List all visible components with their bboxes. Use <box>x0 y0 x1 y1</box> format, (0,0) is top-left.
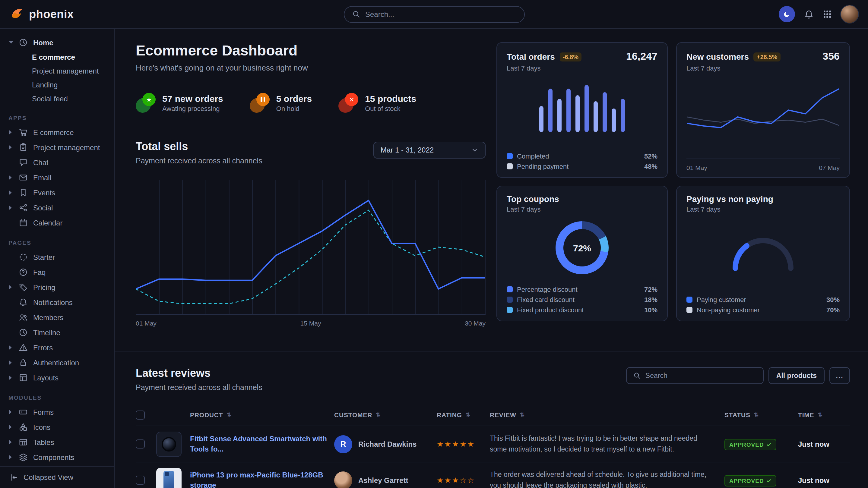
sidebar-item-members[interactable]: Members <box>0 310 114 325</box>
legend-item-non-paying-customer: Non-paying customer 70% <box>686 306 840 314</box>
brand-logo[interactable]: phoenix <box>10 7 74 22</box>
reviews-search-input[interactable] <box>645 372 756 379</box>
pause-icon <box>250 93 270 113</box>
reviews-title: Latest reviews <box>136 367 262 380</box>
tag-icon <box>19 283 28 292</box>
sidebar-item-social[interactable]: Social <box>0 200 114 215</box>
sort-icon: ⇅ <box>818 412 823 418</box>
total-sells-subtitle: Payment received across all channels <box>136 157 262 165</box>
legend-item-pending-payment: Pending payment 48% <box>507 163 657 170</box>
sidebar-subitem-landing[interactable]: Landing <box>0 78 114 92</box>
row-checkbox[interactable] <box>136 440 145 449</box>
column-header-product[interactable]: PRODUCT⇅ <box>156 411 334 418</box>
all-products-filter-button[interactable]: All products <box>769 367 825 384</box>
column-header-rating[interactable]: RATING⇅ <box>437 411 490 418</box>
users-icon <box>19 313 28 322</box>
legend-item-completed: Completed 52% <box>507 153 657 160</box>
new-customers-card: New customers +26.5% 356 Last 7 days 01 … <box>676 42 850 178</box>
sort-icon: ⇅ <box>226 412 231 418</box>
sidebar-item-email[interactable]: Email <box>0 170 114 185</box>
sidebar-item-errors[interactable]: Errors <box>0 340 114 355</box>
column-header-time[interactable]: TIME⇅ <box>798 411 850 418</box>
collapsed-view-toggle[interactable]: Collapsed View <box>0 466 114 488</box>
rating-stars: ★★★☆☆ <box>437 476 490 485</box>
caret-right-icon <box>8 375 14 380</box>
sidebar-subitem-e-commerce[interactable]: E commerce <box>0 50 114 64</box>
x-label: 30 May <box>465 320 486 327</box>
sidebar: HomeE commerceProject managementLandingS… <box>0 29 115 488</box>
sidebar-item-events[interactable]: Events <box>0 185 114 200</box>
check-icon <box>766 442 772 447</box>
sidebar-item-tables[interactable]: Tables <box>0 435 114 450</box>
x-label: 07 May <box>819 164 840 171</box>
total-orders-card: Total orders -6.8% 16,247 Last 7 days Co… <box>496 42 668 178</box>
card-title: Total orders <box>507 52 555 62</box>
bell-icon <box>19 298 28 307</box>
review-text: This Fitbit is fantastic! I was trying t… <box>490 434 724 455</box>
sidebar-item-project-management[interactable]: Project management <box>0 140 114 155</box>
check-icon <box>766 478 772 483</box>
total-sells-x-axis: 01 May 15 May 30 May <box>136 320 486 327</box>
cart-icon <box>19 128 28 137</box>
column-header-status[interactable]: STATUS⇅ <box>724 411 798 418</box>
brand-name: phoenix <box>29 7 74 21</box>
legend-swatch <box>686 307 692 313</box>
sidebar-item-components[interactable]: Components <box>0 450 114 465</box>
caret-right-icon <box>8 440 14 445</box>
legend-swatch <box>686 297 692 303</box>
clipboard-icon <box>19 143 28 152</box>
sidebar-item-chat[interactable]: Chat <box>0 155 114 170</box>
sidebar-item-starter[interactable]: Starter <box>0 250 114 265</box>
sidebar-subitem-social-feed[interactable]: Social feed <box>0 92 114 105</box>
apps-menu-button[interactable] <box>823 10 832 19</box>
card-period: Last 7 days <box>686 65 840 72</box>
total-sells-chart <box>136 180 486 315</box>
date-range-select[interactable]: Mar 1 - 31, 2022 <box>373 142 486 159</box>
donut-center-value: 72% <box>563 229 601 266</box>
sidebar-item-calendar[interactable]: Calendar <box>0 215 114 230</box>
product-link[interactable]: Fitbit Sense Advanced Smartwatch with To… <box>190 434 334 454</box>
collapse-label: Collapsed View <box>24 473 73 481</box>
search-input[interactable] <box>365 10 516 19</box>
rating-stars: ★★★★★ <box>437 440 490 449</box>
row-checkbox[interactable] <box>136 476 145 485</box>
column-header-customer[interactable]: CUSTOMER⇅ <box>334 411 437 418</box>
navbar-actions <box>779 5 858 23</box>
global-search[interactable] <box>343 6 525 23</box>
legend-swatch <box>507 286 513 292</box>
legend-swatch <box>507 297 513 303</box>
table-body: Fitbit Sense Advanced Smartwatch with To… <box>136 426 850 488</box>
sidebar-item-forms[interactable]: Forms <box>0 404 114 420</box>
sidebar-item-pricing[interactable]: Pricing <box>0 280 114 295</box>
date-range-value: Mar 1 - 31, 2022 <box>381 146 434 154</box>
theme-toggle-button[interactable] <box>779 6 795 22</box>
sidebar-item-layouts[interactable]: Layouts <box>0 370 114 385</box>
select-all-checkbox[interactable] <box>136 410 145 419</box>
customer-name: Ashley Garrett <box>358 476 408 484</box>
legend-swatch <box>507 163 513 169</box>
layers-icon <box>19 453 28 462</box>
user-avatar[interactable] <box>841 5 858 23</box>
sidebar-item-notifications[interactable]: Notifications <box>0 295 114 310</box>
lock-icon <box>19 358 28 367</box>
sidebar-item-authentication[interactable]: Authentication <box>0 355 114 370</box>
sidebar-item-e-commerce[interactable]: E commerce <box>0 125 114 140</box>
sidebar-item-home[interactable]: Home <box>0 35 114 50</box>
sidebar-item-faq[interactable]: Faq <box>0 265 114 280</box>
total-orders-legend: Completed 52% Pending payment 48% <box>507 153 657 170</box>
sidebar-item-icons[interactable]: Icons <box>0 420 114 435</box>
column-header-review[interactable]: REVIEW⇅ <box>490 411 724 418</box>
caret-right-icon <box>8 285 14 290</box>
card-value: 16,247 <box>626 51 657 63</box>
product-link[interactable]: iPhone 13 pro max-Pacific Blue-128GB sto… <box>190 470 334 488</box>
caret-right-icon <box>8 424 14 430</box>
sidebar-item-timeline[interactable]: Timeline <box>0 325 114 340</box>
reviews-search[interactable] <box>626 367 764 384</box>
review-time: Just now <box>798 476 850 484</box>
app-root: phoenix <box>0 0 868 488</box>
card-title: Top coupons <box>507 194 559 204</box>
notifications-button[interactable] <box>804 9 814 19</box>
more-options-button[interactable]: ... <box>829 367 850 384</box>
sidebar-subitem-project-management[interactable]: Project management <box>0 64 114 78</box>
search-icon <box>352 10 360 18</box>
